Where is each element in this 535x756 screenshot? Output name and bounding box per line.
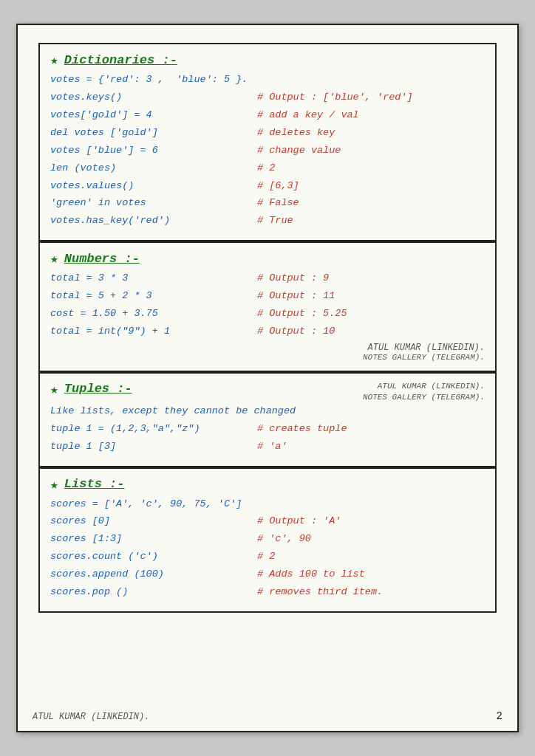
dict-code-1: votes = {'red': 3 , 'blue': 5 }. — [50, 72, 248, 88]
tuples-attr1: ATUL KUMAR (LINKEDIN). — [378, 382, 485, 391]
tuple-code-3: tuple 1 [3] — [50, 439, 257, 455]
dictionaries-section: ★ Dictionaries :- votes = {'red': 3 , 'b… — [38, 43, 497, 241]
dict-line-2: votes.keys() # Output : ['blue', 'red'] — [50, 90, 485, 106]
dict-code-2: votes.keys() — [50, 90, 257, 106]
list-comment-2: # Output : 'A' — [257, 514, 341, 529]
num-comment-2: # Output : 11 — [257, 289, 335, 304]
footer-attribution: ATUL KUMAR (LINKEDIN). — [33, 712, 149, 722]
dict-line-6: len (votes) # 2 — [50, 161, 485, 176]
tuple-line-1: Like lists, except they cannot be change… — [50, 404, 485, 419]
dict-comment-8: # False — [257, 196, 299, 211]
num-code-3: cost = 1.50 + 3.75 — [50, 306, 257, 322]
list-line-5: scores.append (100) # Adds 100 to list — [50, 567, 485, 583]
dict-code-4: del votes ['gold'] — [50, 126, 257, 141]
dictionaries-header: ★ Dictionaries :- — [50, 52, 485, 68]
numbers-attribution2: NOTES GALLERY (TELEGRAM). — [50, 353, 485, 362]
star-icon: ★ — [50, 52, 58, 68]
tuples-header-row: ★ Tuples :- ATUL KUMAR (LINKEDIN). NOTES… — [50, 381, 485, 404]
num-line-4: total = int("9") + 1 # Output : 10 — [50, 324, 485, 340]
dictionaries-title: Dictionaries :- — [64, 53, 177, 67]
dict-code-3: votes['gold'] = 4 — [50, 108, 257, 123]
dict-code-6: len (votes) — [50, 161, 257, 176]
dict-line-4: del votes ['gold'] # deletes key — [50, 126, 485, 141]
dict-comment-7: # [6,3] — [257, 179, 299, 194]
dict-line-3: votes['gold'] = 4 # add a key / val — [50, 108, 485, 123]
dict-code-8: 'green' in votes — [50, 196, 257, 211]
list-line-1: scores = ['A', 'c', 90, 75, 'C'] — [50, 497, 485, 512]
dict-comment-5: # change value — [257, 143, 341, 159]
dict-line-8: 'green' in votes # False — [50, 196, 485, 211]
list-code-5: scores.append (100) — [50, 567, 257, 583]
tuple-comment-2: # creates tuple — [257, 422, 347, 437]
dict-line-5: votes ['blue'] = 6 # change value — [50, 143, 485, 159]
list-line-6: scores.pop () # removes third item. — [50, 585, 485, 600]
tuple-comment-3: # 'a' — [257, 439, 287, 455]
dict-comment-4: # deletes key — [257, 126, 335, 141]
lists-title: Lists :- — [64, 477, 125, 491]
list-code-4: scores.count ('c') — [50, 549, 257, 565]
lists-header: ★ Lists :- — [50, 476, 485, 492]
dict-comment-9: # True — [257, 213, 293, 229]
dict-line-7: votes.values() # [6,3] — [50, 179, 485, 194]
tuples-section: ★ Tuples :- ATUL KUMAR (LINKEDIN). NOTES… — [38, 372, 497, 467]
num-comment-3: # Output : 5.25 — [257, 306, 347, 322]
tuples-attr2: NOTES GALLERY (TELEGRAM). — [363, 393, 485, 402]
num-comment-1: # Output : 9 — [257, 271, 329, 286]
numbers-header: ★ Numbers :- — [50, 250, 485, 267]
dict-comment-6: # 2 — [257, 161, 275, 176]
num-code-4: total = int("9") + 1 — [50, 324, 257, 340]
list-code-2: scores [0] — [50, 514, 257, 529]
dict-comment-2: # Output : ['blue', 'red'] — [257, 90, 413, 106]
list-comment-4: # 2 — [257, 549, 275, 565]
numbers-star-icon: ★ — [50, 250, 58, 267]
numbers-section: ★ Numbers :- total = 3 * 3 # Output : 9 … — [38, 241, 497, 372]
list-comment-5: # Adds 100 to list — [257, 567, 365, 583]
list-comment-3: # 'c', 90 — [257, 532, 311, 547]
lists-section: ★ Lists :- scores = ['A', 'c', 90, 75, '… — [38, 467, 497, 614]
dict-line-1: votes = {'red': 3 , 'blue': 5 }. — [50, 72, 485, 88]
notebook-page: ★ Dictionaries :- votes = {'red': 3 , 'b… — [16, 24, 519, 732]
num-comment-4: # Output : 10 — [257, 324, 335, 340]
tuples-title: Tuples :- — [64, 382, 132, 396]
tuples-attribution: ATUL KUMAR (LINKEDIN). NOTES GALLERY (TE… — [363, 381, 485, 404]
dict-comment-3: # add a key / val — [257, 108, 359, 123]
tuple-line-3: tuple 1 [3] # 'a' — [50, 439, 485, 455]
num-code-2: total = 5 + 2 * 3 — [50, 289, 257, 304]
list-code-6: scores.pop () — [50, 585, 257, 600]
num-line-3: cost = 1.50 + 3.75 # Output : 5.25 — [50, 306, 485, 322]
footer-page-number: 2 — [497, 710, 502, 722]
num-code-1: total = 3 * 3 — [50, 271, 257, 286]
dict-code-7: votes.values() — [50, 179, 257, 194]
lists-star-icon: ★ — [50, 476, 58, 492]
numbers-attribution: ATUL KUMAR (LINKEDIN). — [50, 343, 485, 353]
num-line-2: total = 5 + 2 * 3 # Output : 11 — [50, 289, 485, 304]
list-code-3: scores [1:3] — [50, 532, 257, 547]
tuples-star-icon: ★ — [50, 381, 58, 397]
dict-line-9: votes.has_key('red') # True — [50, 213, 485, 229]
dict-code-9: votes.has_key('red') — [50, 213, 257, 229]
tuples-header: ★ Tuples :- — [50, 381, 132, 397]
dict-code-5: votes ['blue'] = 6 — [50, 143, 257, 159]
tuple-code-1: Like lists, except they cannot be change… — [50, 404, 296, 419]
numbers-title: Numbers :- — [64, 252, 140, 266]
list-comment-6: # removes third item. — [257, 585, 383, 600]
tuple-line-2: tuple 1 = (1,2,3,"a","z") # creates tupl… — [50, 422, 485, 437]
list-line-4: scores.count ('c') # 2 — [50, 549, 485, 565]
list-code-1: scores = ['A', 'c', 90, 75, 'C'] — [50, 497, 242, 512]
num-line-1: total = 3 * 3 # Output : 9 — [50, 271, 485, 286]
tuple-code-2: tuple 1 = (1,2,3,"a","z") — [50, 422, 257, 437]
list-line-3: scores [1:3] # 'c', 90 — [50, 532, 485, 547]
list-line-2: scores [0] # Output : 'A' — [50, 514, 485, 529]
